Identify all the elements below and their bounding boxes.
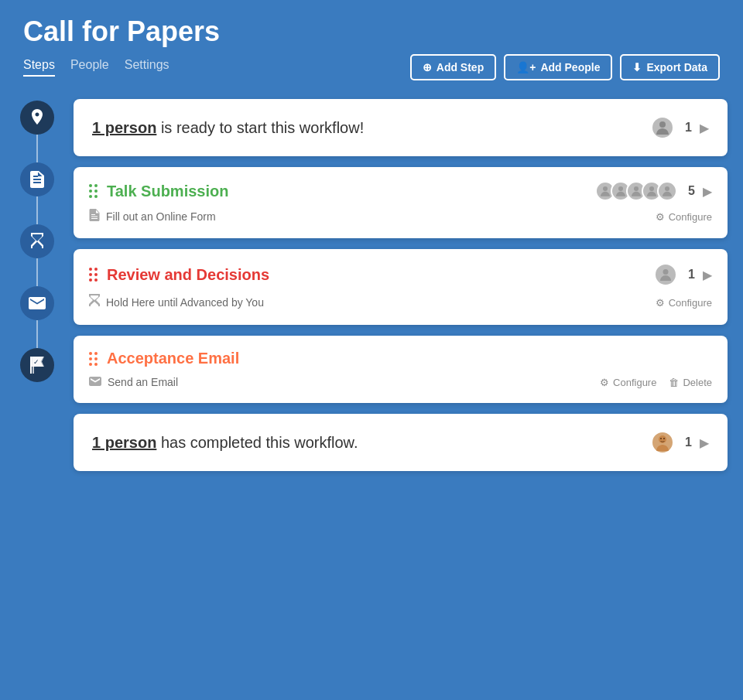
talk-submission-header: Talk Submission 5 ▶: [89, 181, 712, 201]
step-card-acceptance-email: Acceptance Email Send an Email ⚙ Configu…: [74, 336, 728, 403]
start-person-count[interactable]: 1 person: [92, 119, 156, 136]
start-card-right: 1 ▶: [651, 116, 709, 139]
document-icon-segment: [20, 162, 54, 224]
main-content: ✓ 1 person is ready to start this workfl…: [0, 93, 743, 487]
acceptance-email-header: Acceptance Email: [89, 350, 712, 367]
talk-submission-avatars: [595, 181, 677, 201]
end-avatar-face: [651, 431, 674, 454]
nav-actions: ⊕ Add Step 👤+ Add People ⬇ Export Data: [410, 54, 720, 80]
hourglass-subtitle-icon: [89, 294, 100, 311]
delete-email-button[interactable]: 🗑 Delete: [669, 377, 712, 388]
nav-tabs: Steps People Settings: [23, 58, 169, 77]
start-count: 1: [685, 121, 692, 135]
export-icon: ⬇: [632, 61, 642, 73]
svg-point-3: [618, 186, 623, 191]
configure-review-button[interactable]: ⚙ Configure: [656, 297, 712, 309]
avatar-5: [657, 181, 677, 201]
talk-submission-title-row: Talk Submission: [89, 183, 228, 200]
add-people-button[interactable]: 👤+ Add People: [504, 54, 612, 80]
end-icon-segment: ✓: [20, 348, 54, 382]
svg-point-7: [663, 269, 669, 275]
start-chevron[interactable]: ▶: [700, 121, 709, 135]
acceptance-email-subtitle: Send an Email ⚙ Configure 🗑 Delete: [89, 375, 712, 389]
page-title: Call for Papers: [23, 15, 720, 48]
review-decisions-header: Review and Decisions 1 ▶: [89, 263, 712, 286]
start-icon-segment: [20, 101, 54, 162]
end-chevron[interactable]: ▶: [700, 435, 709, 450]
drag-handle-review[interactable]: [89, 268, 98, 282]
start-card: 1 person is ready to start this workflow…: [74, 99, 728, 156]
end-card: 1 person has completed this workflow.: [74, 414, 728, 471]
email-icon-segment: [20, 286, 54, 348]
talk-submission-count: 5: [688, 184, 695, 198]
tab-people[interactable]: People: [70, 58, 109, 77]
nav-bar: Steps People Settings ⊕ Add Step 👤+ Add …: [23, 54, 720, 93]
step-document-icon: [20, 162, 54, 196]
step-card-talk-submission: Talk Submission 5 ▶: [74, 167, 728, 238]
review-count: 1: [688, 268, 695, 282]
start-avatar: [651, 116, 674, 139]
svg-point-9: [660, 438, 662, 439]
add-step-button[interactable]: ⊕ Add Step: [410, 54, 496, 80]
form-icon: [89, 209, 100, 224]
svg-point-5: [649, 186, 654, 191]
step-hourglass-icon: [20, 224, 54, 258]
configure-talk-submission-button[interactable]: ⚙ Configure: [656, 211, 712, 223]
talk-submission-chevron[interactable]: ▶: [703, 184, 712, 199]
drag-handle-talk[interactable]: [89, 184, 98, 198]
start-text-suffix: is ready to start this workflow!: [156, 119, 364, 136]
start-avatars: [651, 116, 674, 139]
timeline-line-3: [36, 258, 38, 286]
timeline-line-1: [36, 135, 38, 162]
step-card-review-decisions: Review and Decisions 1 ▶ Hold Here unti: [74, 249, 728, 325]
end-card-header: 1 person has completed this workflow.: [92, 431, 709, 454]
email-subtitle-icon: [89, 375, 101, 389]
plus-icon: ⊕: [423, 61, 432, 73]
review-chevron[interactable]: ▶: [703, 268, 712, 282]
tab-steps[interactable]: Steps: [23, 58, 55, 77]
export-data-button[interactable]: ⬇ Export Data: [620, 54, 720, 80]
acceptance-email-subtitle-text: Send an Email: [108, 376, 178, 388]
gear-icon-email: ⚙: [600, 377, 609, 388]
review-decisions-right: 1 ▶: [654, 263, 712, 286]
timeline-line-4: [36, 320, 38, 348]
step-email-icon: [20, 286, 54, 320]
trash-icon-email: 🗑: [669, 377, 679, 388]
svg-point-2: [603, 186, 608, 191]
add-people-icon: 👤+: [516, 61, 536, 73]
svg-point-4: [634, 186, 639, 191]
end-flag-icon: ✓: [20, 348, 54, 382]
timeline-line-2: [36, 196, 38, 224]
end-card-right: 1 ▶: [651, 431, 709, 454]
acceptance-email-name: Acceptance Email: [107, 350, 239, 367]
end-avatars: [651, 431, 674, 454]
talk-submission-right: 5 ▶: [595, 181, 712, 201]
review-avatars: [654, 263, 677, 286]
drag-handle-email[interactable]: [89, 352, 98, 366]
end-count: 1: [685, 435, 692, 449]
gear-icon-review: ⚙: [656, 297, 665, 309]
svg-text:✓: ✓: [33, 358, 39, 366]
svg-point-1: [659, 121, 666, 128]
review-decisions-subtitle-text: Hold Here until Advanced by You: [106, 296, 264, 309]
acceptance-email-title-row: Acceptance Email: [89, 350, 239, 367]
tab-settings[interactable]: Settings: [125, 58, 169, 77]
configure-email-button[interactable]: ⚙ Configure: [600, 377, 656, 388]
end-person-count[interactable]: 1 person: [92, 434, 156, 451]
review-avatar: [654, 263, 677, 286]
talk-submission-subtitle: Fill out an Online Form ⚙ Configure: [89, 209, 712, 224]
svg-point-6: [665, 186, 669, 191]
end-status-text: 1 person has completed this workflow.: [92, 434, 358, 452]
review-decisions-subtitle: Hold Here until Advanced by You ⚙ Config…: [89, 294, 712, 311]
gear-icon-talk: ⚙: [656, 211, 665, 223]
talk-submission-name: Talk Submission: [107, 183, 228, 200]
start-card-header: 1 person is ready to start this workflow…: [92, 116, 709, 139]
start-status-text: 1 person is ready to start this workflow…: [92, 119, 364, 137]
timeline-sidebar: ✓: [15, 93, 58, 471]
talk-submission-subtitle-text: Fill out an Online Form: [106, 210, 216, 223]
review-decisions-title-row: Review and Decisions: [89, 266, 269, 284]
acceptance-email-actions: ⚙ Configure 🗑 Delete: [600, 377, 712, 388]
steps-container: 1 person is ready to start this workflow…: [74, 93, 728, 471]
end-text-suffix: has completed this workflow.: [156, 434, 358, 451]
review-decisions-name: Review and Decisions: [107, 266, 269, 284]
